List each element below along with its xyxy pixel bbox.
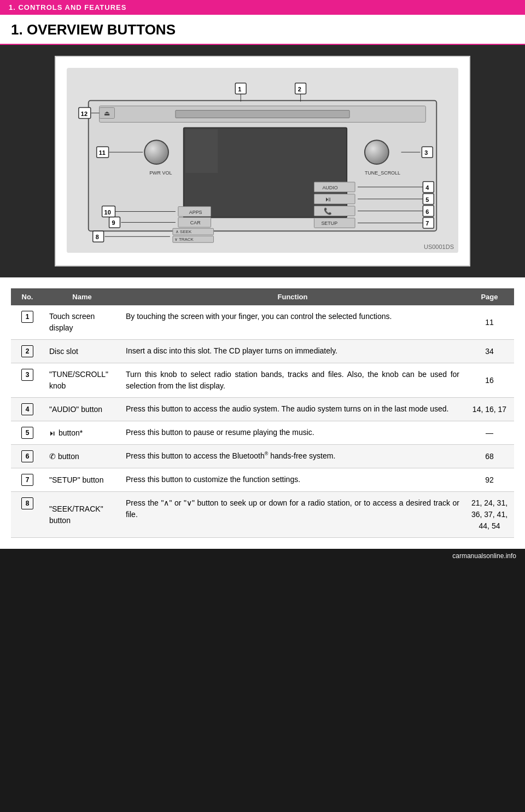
phone-icon: ✆	[49, 451, 56, 462]
row-number: 6	[21, 450, 33, 462]
diagram-box: PWR VOL TUNE_SCROLL APPS	[55, 56, 470, 266]
diagram-wrapper: PWR VOL TUNE_SCROLL APPS	[67, 68, 458, 254]
cell-function: Insert a disc into this slot. The CD pla…	[120, 340, 465, 363]
footer-watermark: carmanualsonline.info	[452, 552, 516, 560]
row-number: 4	[21, 403, 33, 415]
cell-name: "SEEK/TRACK" button	[44, 492, 120, 538]
page-title: 1. OVERVIEW BUTTONS	[0, 15, 525, 45]
svg-text:APPS: APPS	[189, 210, 202, 215]
svg-text:⏏: ⏏	[104, 109, 110, 117]
svg-text:SETUP: SETUP	[321, 221, 337, 226]
cell-function: Turn this knob to select radio station b…	[120, 363, 465, 398]
svg-text:8: 8	[96, 234, 99, 240]
table-row: 1Touch screen displayBy touching the scr…	[11, 305, 514, 340]
cell-function: By touching the screen with your finger,…	[120, 305, 465, 340]
footer-bar: carmanualsonline.info	[0, 549, 525, 563]
svg-rect-3	[176, 111, 349, 118]
svg-text:7: 7	[425, 220, 429, 227]
svg-text:2: 2	[298, 86, 301, 92]
cell-no: 7	[11, 468, 44, 492]
svg-rect-22	[314, 206, 355, 216]
cell-page: —	[465, 421, 514, 445]
row-number: 3	[21, 369, 33, 381]
features-table: No. Name Function Page 1Touch screen dis…	[11, 288, 514, 538]
table-row: 4"AUDIO" buttonPress this button to acce…	[11, 398, 514, 421]
cell-no: 1	[11, 305, 44, 340]
cell-function: Press this button to customize the funct…	[120, 468, 465, 492]
cell-name: ✆ button	[44, 445, 120, 468]
svg-text:CAR: CAR	[190, 220, 201, 225]
col-name: Name	[44, 288, 120, 305]
table-row: 7"SETUP" buttonPress this button to cust…	[11, 468, 514, 492]
page-container: 1. CONTROLS AND FEATURES 1. OVERVIEW BUT…	[0, 0, 525, 563]
table-row: 2Disc slotInsert a disc into this slot. …	[11, 340, 514, 363]
cell-page: 21, 24, 31, 36, 37, 41, 44, 54	[465, 492, 514, 538]
table-row: 8"SEEK/TRACK" buttonPress the "∧" or "∨"…	[11, 492, 514, 538]
row-number: 2	[21, 345, 33, 357]
diagram-watermark: US0001DS	[424, 243, 454, 250]
cell-function: Press this button to pause or resume pla…	[120, 421, 465, 445]
play-pause-icon: ⏯	[49, 428, 56, 439]
cell-page: 14, 16, 17	[465, 398, 514, 421]
svg-text:5: 5	[425, 196, 429, 203]
cell-no: 4	[11, 398, 44, 421]
cell-page: 16	[465, 363, 514, 398]
cell-no: 6	[11, 445, 44, 468]
svg-rect-20	[314, 194, 355, 204]
svg-text:TUNE_SCROLL: TUNE_SCROLL	[365, 170, 400, 176]
svg-text:4: 4	[425, 184, 429, 191]
cell-name: "AUDIO" button	[44, 398, 120, 421]
table-header-row: No. Name Function Page	[11, 288, 514, 305]
cell-name: Disc slot	[44, 340, 120, 363]
cell-name: "TUNE/SCROLL" knob	[44, 363, 120, 398]
svg-text:⏯: ⏯	[325, 195, 331, 203]
cell-no: 2	[11, 340, 44, 363]
table-body: 1Touch screen displayBy touching the scr…	[11, 305, 514, 538]
svg-point-6	[365, 140, 389, 164]
svg-rect-9	[185, 129, 218, 173]
col-page: Page	[465, 288, 514, 305]
radio-diagram-svg: PWR VOL TUNE_SCROLL APPS	[67, 68, 458, 253]
table-row: 3"TUNE/SCROLL" knobTurn this knob to sel…	[11, 363, 514, 398]
cell-name: Touch screen display	[44, 305, 120, 340]
row-number: 1	[21, 311, 33, 323]
cell-no: 3	[11, 363, 44, 398]
svg-text:PWR  VOL: PWR VOL	[149, 170, 172, 176]
section-header: 1. CONTROLS AND FEATURES	[0, 0, 525, 15]
cell-name: ⏯ button*	[44, 421, 120, 445]
col-no: No.	[11, 288, 44, 305]
table-row: 6✆ buttonPress this button to access the…	[11, 445, 514, 468]
svg-text:📞: 📞	[324, 207, 332, 215]
row-number: 8	[21, 497, 33, 509]
cell-page: 11	[465, 305, 514, 340]
svg-text:3: 3	[424, 149, 428, 156]
col-function: Function	[120, 288, 465, 305]
svg-text:10: 10	[104, 209, 111, 216]
cell-page: 92	[465, 468, 514, 492]
svg-text:∧ SEEK: ∧ SEEK	[176, 229, 192, 234]
row-number: 5	[21, 427, 33, 439]
table-row: 5⏯ button*Press this button to pause or …	[11, 421, 514, 445]
svg-text:∨ TRACK: ∨ TRACK	[174, 237, 194, 242]
table-section: No. Name Function Page 1Touch screen dis…	[0, 277, 525, 549]
svg-text:9: 9	[112, 219, 115, 226]
cell-page: 68	[465, 445, 514, 468]
svg-text:11: 11	[99, 149, 106, 156]
cell-name: "SETUP" button	[44, 468, 120, 492]
svg-text:12: 12	[81, 111, 88, 117]
cell-function: Press this button to access the audio sy…	[120, 398, 465, 421]
diagram-section: PWR VOL TUNE_SCROLL APPS	[0, 45, 525, 277]
svg-text:1: 1	[238, 86, 241, 92]
row-number: 7	[21, 474, 33, 486]
svg-text:6: 6	[425, 208, 429, 215]
section-title: 1. CONTROLS AND FEATURES	[9, 3, 126, 11]
svg-text:AUDIO: AUDIO	[322, 185, 337, 190]
cell-page: 34	[465, 340, 514, 363]
cell-function: Press this button to access the Bluetoot…	[120, 445, 465, 468]
cell-no: 5	[11, 421, 44, 445]
cell-no: 8	[11, 492, 44, 538]
svg-point-4	[144, 140, 168, 164]
cell-function: Press the "∧" or "∨" button to seek up o…	[120, 492, 465, 538]
